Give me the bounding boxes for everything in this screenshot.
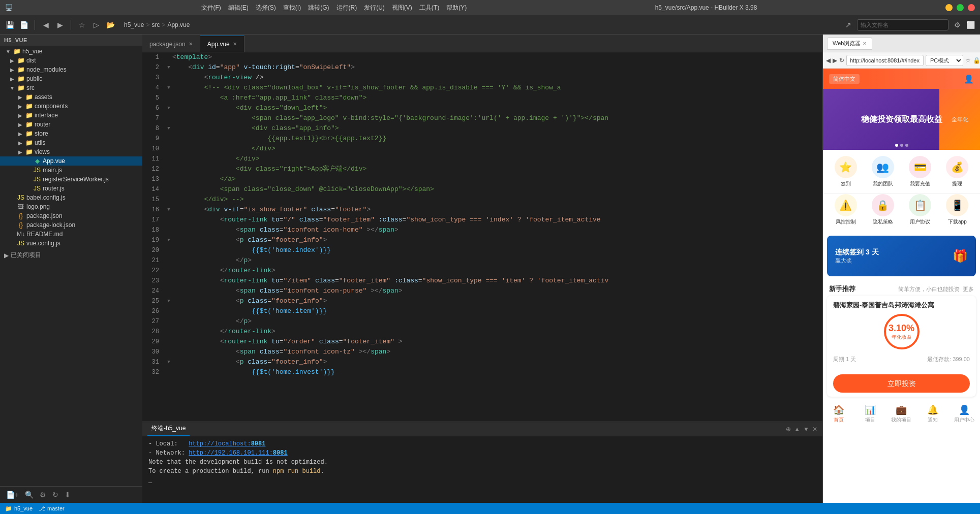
menu-tools[interactable]: 工具(T) bbox=[419, 4, 439, 12]
nav-project[interactable]: 📊 项目 bbox=[854, 404, 886, 424]
sidebar-item-node_modules[interactable]: ▶ 📁 node_modules bbox=[0, 65, 142, 74]
breadcrumb-folder[interactable]: src bbox=[151, 21, 160, 28]
sidebar-item-vue-config[interactable]: JS vue.config.js bbox=[0, 239, 142, 248]
menu-find[interactable]: 查找(I) bbox=[283, 4, 301, 12]
sidebar-item-public[interactable]: ▶ 📁 public bbox=[0, 74, 142, 83]
nav-home[interactable]: 🏠 首页 bbox=[823, 404, 854, 424]
menu-edit[interactable]: 编辑(E) bbox=[228, 4, 249, 12]
breadcrumb-project[interactable]: h5_vue bbox=[124, 21, 144, 28]
browser-tab[interactable]: Web浏览器 ✕ bbox=[827, 37, 872, 50]
sidebar-item-utils[interactable]: ▶ 📁 utils bbox=[0, 138, 142, 147]
browser-url-input[interactable] bbox=[846, 55, 924, 66]
closed-projects[interactable]: ▶ 已关闭项目 bbox=[0, 249, 142, 262]
sidebar-item-router-js[interactable]: JS router.js bbox=[0, 184, 142, 193]
menu-help[interactable]: 帮助(Y) bbox=[446, 4, 467, 12]
nav-my-project[interactable]: 💼 我的项目 bbox=[886, 404, 917, 424]
code-editor[interactable]: 1 <template> 2 ▼ <div id="app" v-touch:r… bbox=[142, 52, 822, 422]
terminal-url-local[interactable]: http://localhost:8081 bbox=[189, 440, 265, 447]
nav-user[interactable]: 👤 用户中心 bbox=[948, 404, 980, 424]
sidebar-item-interface[interactable]: ▶ 📁 interface bbox=[0, 111, 142, 120]
sidebar-item-root[interactable]: ▼ 📁 h5_vue bbox=[0, 47, 142, 56]
code-line-19: 19 ▼ <p class="footer_info"> bbox=[142, 235, 822, 245]
forward-icon[interactable]: ▶ bbox=[54, 19, 66, 30]
menu-publish[interactable]: 发行(U) bbox=[364, 4, 385, 12]
menu-run[interactable]: 运行(R) bbox=[336, 4, 357, 12]
menu-view[interactable]: 视图(V) bbox=[392, 4, 412, 12]
run-icon[interactable]: ▷ bbox=[90, 19, 102, 30]
icon-recharge[interactable]: 💳 我要充值 bbox=[909, 156, 931, 187]
sidebar-item-components[interactable]: ▶ 📁 components bbox=[0, 102, 142, 111]
sidebar-item-router[interactable]: ▶ 📁 router bbox=[0, 120, 142, 129]
sidebar-item-babel[interactable]: JS babel.config.js bbox=[0, 193, 142, 202]
tab-package-json[interactable]: package.json ✕ bbox=[142, 36, 200, 52]
scroll-up-icon[interactable]: ▲ bbox=[794, 426, 800, 433]
browser-refresh-icon[interactable]: ↻ bbox=[839, 55, 844, 66]
terminal-content[interactable]: - Local: http://localhost:8081 - Network… bbox=[142, 436, 822, 503]
sidebar-item-assets[interactable]: ▶ 📁 assets bbox=[0, 92, 142, 102]
sidebar-item-pkg-lock[interactable]: {} package-lock.json bbox=[0, 220, 142, 230]
icon-withdraw[interactable]: 💰 提现 bbox=[946, 156, 968, 187]
new-terminal-icon[interactable]: ⊕ bbox=[786, 426, 791, 433]
tab-close-icon[interactable]: ✕ bbox=[233, 41, 237, 47]
icon-risk[interactable]: ⚠️ 风控控制 bbox=[835, 194, 857, 226]
nav-notify[interactable]: 🔔 通知 bbox=[917, 404, 948, 424]
close-panel-icon[interactable]: ✕ bbox=[812, 426, 817, 433]
menu-select[interactable]: 选择(S) bbox=[256, 4, 276, 12]
browser-mode-select[interactable]: PC模式 手机模式 bbox=[926, 55, 963, 66]
refresh-icon[interactable]: ↻ bbox=[50, 490, 60, 500]
close-button[interactable] bbox=[968, 4, 975, 11]
user-icon[interactable]: 👤 bbox=[964, 74, 974, 84]
browser-lock-icon[interactable]: 🔒 bbox=[973, 55, 980, 66]
terminal-tab[interactable]: 终端-h5_vue bbox=[147, 422, 190, 436]
menu-goto[interactable]: 跳转(G) bbox=[308, 4, 329, 12]
back-icon[interactable]: ◀ bbox=[40, 19, 51, 30]
sidebar-item-app-vue[interactable]: ◆ App.vue bbox=[0, 156, 142, 166]
new-file-icon[interactable]: 📄 bbox=[18, 19, 29, 30]
maximize-editor-icon[interactable]: ⬜ bbox=[965, 19, 976, 30]
collapse-icon[interactable]: ⬇ bbox=[63, 490, 73, 500]
icon-label: 我的团队 bbox=[873, 180, 893, 187]
browser-forward-icon[interactable]: ▶ bbox=[833, 55, 837, 66]
tab-close-icon[interactable]: ✕ bbox=[189, 41, 193, 47]
scroll-down-icon[interactable]: ▼ bbox=[803, 426, 809, 433]
add-file-icon[interactable]: 📄+ bbox=[4, 490, 21, 500]
sidebar-label: components bbox=[35, 103, 68, 110]
tab-app-vue[interactable]: App.vue ✕ bbox=[200, 36, 244, 52]
search-icon[interactable]: 🔍 bbox=[23, 490, 36, 500]
sidebar-item-main-js[interactable]: JS main.js bbox=[0, 166, 142, 175]
filter-icon[interactable]: ⚙ bbox=[952, 19, 963, 30]
browser-bookmark-icon[interactable]: ☆ bbox=[965, 55, 971, 66]
minimize-button[interactable] bbox=[945, 4, 953, 11]
file-search-input[interactable] bbox=[857, 19, 948, 30]
settings-icon[interactable]: ⚙ bbox=[38, 490, 48, 500]
sidebar-item-readme[interactable]: M↓ README.md bbox=[0, 230, 142, 239]
browser-back-icon[interactable]: ◀ bbox=[826, 55, 831, 66]
icon-signin[interactable]: ⭐ 签到 bbox=[835, 156, 857, 187]
section-more[interactable]: 更多 bbox=[963, 285, 974, 293]
sidebar-item-store[interactable]: ▶ 📁 store bbox=[0, 129, 142, 138]
invest-button[interactable]: 立即投资 bbox=[833, 374, 970, 393]
sidebar-label: public bbox=[26, 75, 42, 82]
banner2-left: 连续签到 3 天 赢大奖 bbox=[835, 248, 879, 265]
browser-tab-close-icon[interactable]: ✕ bbox=[863, 41, 867, 46]
code-line-17: 17 <router-link to="/" class="footer_ite… bbox=[142, 215, 822, 225]
icon-privacy[interactable]: 🔒 隐私策略 bbox=[872, 194, 894, 226]
language-badge[interactable]: 简体中文 bbox=[829, 74, 860, 84]
save-icon[interactable]: 💾 bbox=[4, 19, 15, 30]
icon-agreement[interactable]: 📋 用户协议 bbox=[909, 194, 931, 226]
sidebar-item-logo[interactable]: 🖼 logo.png bbox=[0, 202, 142, 211]
icon-download[interactable]: 📱 下载app bbox=[946, 194, 968, 226]
open-folder-icon[interactable]: 📂 bbox=[105, 19, 116, 30]
sidebar-item-src[interactable]: ▼ 📁 src bbox=[0, 83, 142, 92]
breadcrumb-file[interactable]: App.vue bbox=[167, 21, 190, 28]
share-icon[interactable]: ↗ bbox=[843, 19, 854, 30]
sidebar-item-views[interactable]: ▶ 📁 views bbox=[0, 147, 142, 156]
menu-file[interactable]: 文件(F) bbox=[201, 4, 221, 12]
sidebar-item-rsw[interactable]: JS registerServiceWorker.js bbox=[0, 175, 142, 184]
maximize-button[interactable] bbox=[957, 4, 964, 11]
sidebar-item-dist[interactable]: ▶ 📁 dist bbox=[0, 56, 142, 65]
icon-team[interactable]: 👥 我的团队 bbox=[872, 156, 894, 187]
sidebar-item-pkg[interactable]: {} package.json bbox=[0, 211, 142, 220]
bookmark-icon[interactable]: ☆ bbox=[76, 19, 87, 30]
terminal-url-network[interactable]: http://192.168.101.111:8081 bbox=[189, 449, 287, 457]
